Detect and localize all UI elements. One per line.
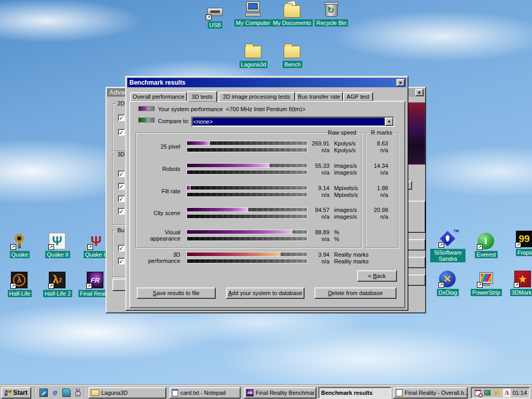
row-rmark: 1.98 (363, 185, 388, 191)
usb-drive-icon: ↗ (206, 3, 224, 20)
compare-bar (187, 192, 308, 197)
desktop-icon-fraps[interactable]: 99 ↗ Fraps (505, 231, 532, 256)
desktop-icon-half-life2[interactable]: λ2 ↗ Half-Life 2 (38, 272, 77, 297)
row-label: Visual appearance (147, 230, 180, 241)
checkbox-3d-3[interactable]: ✓ (118, 195, 125, 202)
your-performance-label: Your system performance <700 MHz Intel P… (158, 106, 305, 112)
benchmark-row-city-scene: City scene 84.57 images/s n/a images/s 2… (136, 207, 391, 221)
tab-overall-performance[interactable]: Overall performance (130, 92, 187, 101)
checkbox-2d-1[interactable]: ✓ (118, 114, 125, 121)
dialog-close-button[interactable]: × (396, 79, 405, 86)
task-benchmark-results-active[interactable]: Benchmark results (318, 387, 391, 398)
desktop-icon-half-life[interactable]: λ ↗ Half-Life (0, 272, 39, 297)
your-performance-bar (187, 230, 308, 234)
desktop-icon-recycle-bin[interactable]: ↻ Recycle Bin (312, 1, 351, 26)
start-button[interactable]: Start (1, 387, 31, 398)
compare-combobox-value: <none> (192, 117, 385, 126)
shortcut-arrow-icon: ↗ (86, 283, 92, 289)
row-compare-value: n/a (299, 214, 329, 220)
quake2-icon: Ψ ↗ (49, 233, 66, 249)
desktop-icon-usb[interactable]: ↗ USB (195, 3, 235, 29)
row-rmark: 8.63 (363, 141, 388, 147)
checkbox-3d-1[interactable]: ✓ (118, 170, 125, 177)
row-value: 55.33 (299, 163, 329, 169)
your-performance-bar (187, 141, 308, 145)
desktop-icon-laguna3d[interactable]: Laguna3d (234, 43, 273, 68)
sandra-icon: TM ↗ (439, 231, 457, 247)
desktop-icon-sandra[interactable]: TM ↗ SiSoftware Sandra (428, 231, 468, 262)
compare-combobox[interactable]: <none> ▼ (191, 116, 394, 127)
taskbar-separator (34, 388, 35, 397)
dialog-title: Benchmark results (129, 79, 185, 86)
icon-label: Fraps (516, 249, 532, 256)
save-results-button[interactable]: Save results to file (137, 287, 216, 299)
fraps-icon: 99 ↗ (516, 231, 532, 247)
graphics-utility-tray-icon[interactable] (484, 389, 492, 397)
add-system-button[interactable]: Add your system to database (226, 287, 304, 299)
row-rmark-compare: n/a (363, 148, 388, 153)
shortcut-arrow-icon: ↗ (10, 283, 16, 289)
tab-2d-image-processing[interactable]: 2D image processing tests (218, 92, 295, 101)
desktop-icon-powerstrip[interactable]: ↗ PowerStrip (467, 271, 506, 296)
your-performance-swatch (138, 106, 155, 111)
shortcut-arrow-icon: ↗ (87, 244, 93, 250)
tab-bus-transfer-rate[interactable]: Bus transfer rate (295, 92, 343, 101)
desktop-icon-quake[interactable]: ↗ Quake (0, 233, 39, 258)
icon-label: Half-Life 2 (43, 290, 72, 297)
checkbox-bus-1[interactable]: ✓ (118, 245, 125, 251)
powerstrip-icon: ↗ (477, 271, 495, 287)
desktop-icon-my-computer[interactable]: My Computer (233, 1, 273, 26)
desktop-icon-my-documents[interactable]: My Documents (272, 1, 312, 26)
checkbox-3d-4[interactable]: ✓ (118, 208, 125, 215)
background-close-button[interactable]: × (415, 89, 423, 96)
taskbar-separator (84, 388, 85, 397)
r-marks-label: R marks (369, 129, 394, 136)
bar-fill (187, 164, 270, 167)
quicklaunch-outlook-express-icon[interactable] (62, 389, 71, 397)
tab-agp-test[interactable]: AGP test (343, 92, 373, 101)
write-document-icon (396, 389, 403, 396)
quicklaunch-channels-icon[interactable] (74, 389, 82, 397)
checkbox-3d-2[interactable]: ✓ (118, 183, 125, 190)
system-tray: A 01:14 (471, 387, 530, 398)
desktop-icon-bench[interactable]: Bench (273, 43, 312, 68)
benchmark-row-3d-performance: 3D performance 3.94 Reality marks n/a Re… (136, 252, 391, 265)
desktop-icon-quake2[interactable]: Ψ ↗ Quake II (38, 233, 77, 258)
your-performance-bar (187, 252, 308, 257)
shortcut-arrow-icon: ↗ (206, 15, 211, 20)
row-rmark: 20.98 (363, 207, 388, 213)
desktop-icon-everest[interactable]: i ↗ Everest (467, 233, 506, 258)
folder-icon (91, 390, 99, 396)
checkbox-bus-2[interactable]: ✓ (118, 258, 125, 264)
ati-tray-icon[interactable]: A (503, 389, 511, 397)
bar-fill (187, 230, 292, 234)
combobox-dropdown-button[interactable]: ▼ (385, 117, 393, 126)
benchmark-row-fill-rate: Fill rate 9.14 Mpixels/s n/a Mpixels/s 1… (136, 185, 391, 199)
row-rmark-compare: n/a (363, 214, 388, 220)
row-unit: Kpolys/s (334, 148, 356, 153)
task-laguna3d[interactable]: Laguna3D (88, 387, 166, 398)
icon-label: 3DMark2 (510, 289, 532, 296)
desktop-icon-3dmark2[interactable]: ★ ↗ 3DMark2 (503, 271, 532, 296)
checkbox-2d-2[interactable]: ✓ (118, 129, 125, 136)
quicklaunch-desktop-icon[interactable] (39, 389, 48, 397)
task-scheduler-tray-icon[interactable] (474, 389, 482, 397)
back-button[interactable]: < Back (357, 270, 397, 282)
delete-database-button[interactable]: Delete from database (314, 287, 396, 299)
compare-bar (187, 214, 308, 219)
quicklaunch-internet-explorer-icon[interactable]: e (51, 389, 59, 397)
row-value: 88.89 (299, 230, 329, 235)
dialog-titlebar[interactable]: Benchmark results (127, 78, 406, 87)
compare-bar (187, 170, 308, 175)
windows-logo-icon (5, 390, 12, 396)
volume-tray-icon[interactable] (493, 389, 501, 397)
clock[interactable]: 01:14 (512, 390, 527, 396)
tab-3d-tests[interactable]: 3D tests (187, 91, 217, 102)
task-card-notepad[interactable]: card.txt - Notepad (169, 387, 241, 398)
row-rmark-compare: n/a (363, 192, 388, 198)
shortcut-arrow-icon: ↗ (10, 244, 16, 250)
desktop-icon-dxdiag[interactable]: ✕ ↗ DxDiag (428, 271, 468, 296)
row-unit: Mpixels/s (334, 185, 358, 191)
task-final-reality-benchmark[interactable]: FR Final Reality Benchmar... (244, 387, 316, 398)
task-final-reality-overall[interactable]: Final Reality - Overall.b... (393, 387, 468, 398)
